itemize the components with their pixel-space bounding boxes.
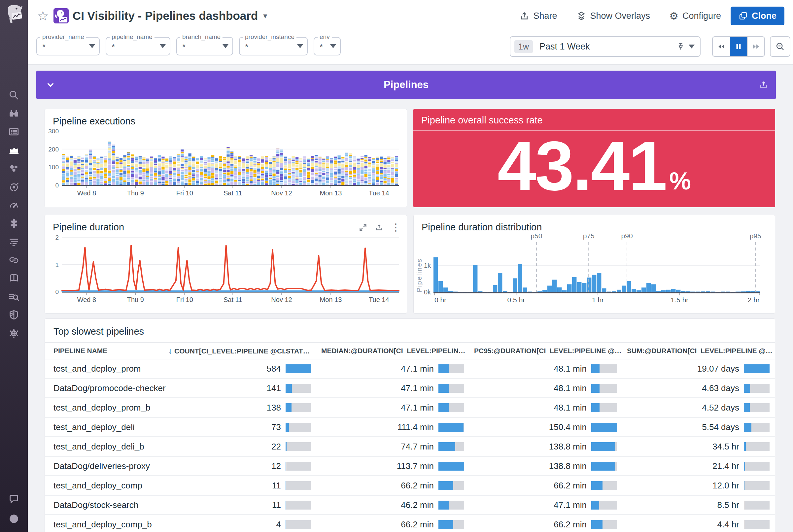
filter-label: env <box>318 33 332 41</box>
cell-sum: 4.52 days <box>622 403 775 413</box>
count-bar <box>286 520 311 529</box>
table-row[interactable]: DataDog/promocode-checker14147.1 min48.1… <box>45 379 775 398</box>
sum-bar <box>744 442 770 451</box>
sum-bar <box>744 423 770 432</box>
cell-sum: 21.4 hr <box>622 461 775 471</box>
sidebar-item-watchdog-binoculars[interactable] <box>7 107 20 120</box>
table-row[interactable]: test_and_deploy_deli_b2274.7 min138.8 mi… <box>45 437 775 457</box>
sidebar-item-infrastructure-hexagons[interactable] <box>7 162 20 175</box>
pc95-bar <box>591 462 617 471</box>
sum-bar <box>744 481 770 490</box>
sidebar-item-synthetics-link[interactable] <box>7 253 20 267</box>
cell-count: 584 <box>164 364 317 374</box>
col-pc95[interactable]: PC95:@DURATION[CI_LEVEL:PIPELINE @… <box>470 347 622 355</box>
median-bar <box>438 481 464 490</box>
pipeline-executions-chart[interactable]: 0100200300Wed 8Thu 9Fri 10Sat 11Nov 12Mo… <box>48 128 405 204</box>
pc95-bar <box>591 481 617 490</box>
median-bar <box>438 384 464 393</box>
filter-env[interactable]: env * <box>314 37 341 55</box>
col-sum[interactable]: SUM:@DURATION[CI_LEVEL:PIPELINE @… <box>622 347 775 355</box>
filter-provider-instance[interactable]: provider_instance * <box>239 37 308 55</box>
time-backward-button[interactable] <box>713 37 730 56</box>
median-bar <box>438 442 464 451</box>
table-row[interactable]: test_and_deploy_prom58447.1 min48.1 min1… <box>45 359 775 379</box>
col-pipeline-name[interactable]: PIPELINE NAME <box>45 347 164 355</box>
count-bar <box>286 462 311 471</box>
cell-sum: 19.07 days <box>622 364 775 374</box>
more-options-icon[interactable]: ⋮ <box>391 223 401 232</box>
cell-sum: 8.5 hr <box>622 500 775 510</box>
cell-sum: 5.54 days <box>622 422 775 432</box>
share-button[interactable]: Share <box>519 11 557 21</box>
cell-pipeline-name: DataDog/promocode-checker <box>45 383 164 393</box>
show-overlays-button[interactable]: Show Overlays <box>577 11 650 21</box>
configure-button[interactable]: ⚙ Configure <box>669 11 721 21</box>
sidebar-item-search[interactable] <box>7 89 20 102</box>
pc95-bar <box>591 364 617 373</box>
cell-pipeline-name: test_and_deploy_prom_b <box>45 403 164 413</box>
export-icon[interactable] <box>759 80 769 90</box>
filter-provider-name[interactable]: provider_name * <box>36 37 100 55</box>
table-row[interactable]: test_and_deploy_prom_b13847.1 min48.1 mi… <box>45 398 775 418</box>
cell-pipeline-name: test_and_deploy_comp <box>45 480 164 491</box>
clone-button[interactable]: Clone <box>731 6 785 25</box>
count-bar <box>286 481 311 490</box>
sidebar-item-security-shield[interactable] <box>7 308 20 321</box>
sidebar-item-metrics[interactable] <box>7 144 20 157</box>
sidebar-item-apm-gauge[interactable] <box>7 198 20 212</box>
filter-branch-name[interactable]: branch_name * <box>176 37 233 55</box>
chevron-down-icon <box>89 44 95 48</box>
sidebar-item-dashboards[interactable] <box>7 125 20 138</box>
favorite-star-icon[interactable]: ☆ <box>37 9 49 22</box>
cell-pc95: 48.1 min <box>470 403 622 413</box>
datadog-logo[interactable] <box>3 4 24 28</box>
zoom-out-button[interactable] <box>770 36 790 57</box>
cell-count: 22 <box>164 441 317 452</box>
fullscreen-icon[interactable] <box>359 223 367 232</box>
svg-text:0 hr: 0 hr <box>434 296 446 304</box>
sidebar-item-monitors-target[interactable] <box>7 180 20 193</box>
median-bar <box>438 520 464 529</box>
cell-count: 141 <box>164 383 317 393</box>
clone-icon <box>738 11 748 20</box>
duration-distribution-chart[interactable]: Pipelines1k0kp50p75p90p950 hr0.5 hr1 hr1… <box>416 232 773 311</box>
cell-pc95: 47.1 min <box>470 500 622 510</box>
cell-pc95: 150.4 min <box>470 422 622 432</box>
filter-value: * <box>112 42 115 52</box>
filter-label: provider_name <box>40 33 86 41</box>
pin-icon[interactable] <box>676 42 685 51</box>
sidebar-item-ci-search[interactable] <box>7 290 20 303</box>
median-bar <box>438 462 464 471</box>
cell-median: 74.7 min <box>317 441 470 452</box>
title-dropdown-caret-icon[interactable]: ▾ <box>263 11 267 20</box>
sidebar-item-logs-filter[interactable] <box>7 235 20 248</box>
col-count[interactable]: ↓COUNT[CI_LEVEL:PIPELINE @CI.STAT… <box>164 346 317 356</box>
pipeline-duration-chart[interactable]: 012Wed 8Thu 9Fri 10Sat 11Nov 12Mon 13Tue… <box>48 235 405 311</box>
median-bar <box>438 364 464 373</box>
table-row[interactable]: test_and_deploy_comp1166.2 min66.2 min12… <box>45 476 775 496</box>
sidebar-item-notebooks[interactable] <box>7 272 20 285</box>
share-label: Share <box>533 11 557 21</box>
time-forward-button[interactable] <box>747 37 764 56</box>
panel-success-rate: Pipeline overall success rate 43.41 % <box>413 109 775 207</box>
sidebar-item-chat-bubble[interactable] <box>7 492 20 506</box>
col-median[interactable]: MEDIAN:@DURATION[CI_LEVEL:PIPELIN… <box>317 347 470 355</box>
export-icon[interactable] <box>375 223 384 232</box>
table-row[interactable]: test_and_deploy_deli73111.4 min150.4 min… <box>45 418 775 437</box>
cell-sum: 34.5 hr <box>622 441 775 452</box>
time-pause-button[interactable] <box>730 37 747 56</box>
sidebar-item-integrations-puzzle[interactable] <box>7 217 20 230</box>
sidebar-item-help[interactable]: ? <box>7 512 20 526</box>
sidebar-item-network-globe[interactable] <box>7 327 20 340</box>
median-bar <box>438 423 464 432</box>
cell-pipeline-name: DataDog/deliveries-proxy <box>45 461 164 471</box>
filter-pipeline-name[interactable]: pipeline_name * <box>106 37 170 55</box>
collapse-chevron-icon[interactable] <box>45 79 56 91</box>
count-bar <box>286 442 311 451</box>
table-row[interactable]: DataDog/deliveries-proxy12113.7 min138.8… <box>45 457 775 476</box>
svg-text:2: 2 <box>55 235 59 241</box>
table-row[interactable]: DataDog/stock-search1146.2 min47.1 min8.… <box>45 496 775 515</box>
table-row[interactable]: test_and_deploy_comp_b466.2 min66.2 min4… <box>45 515 775 532</box>
filter-value: * <box>320 42 323 52</box>
time-range-selector[interactable]: 1w Past 1 Week <box>510 36 701 57</box>
